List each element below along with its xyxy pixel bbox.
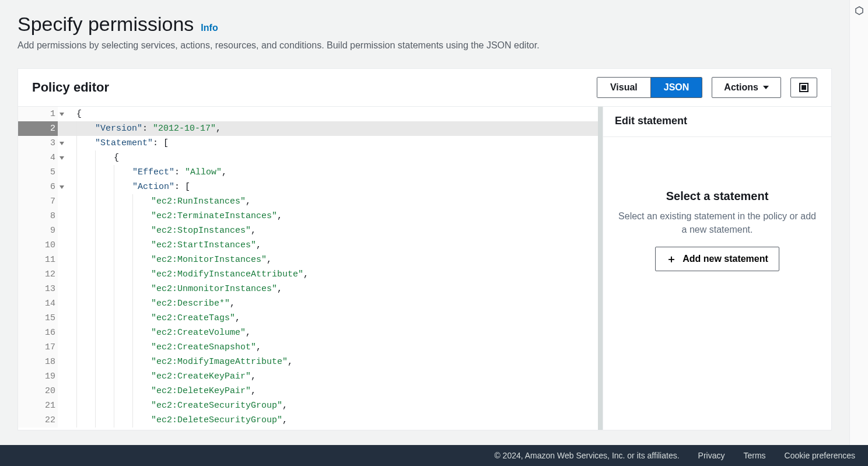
footer-privacy[interactable]: Privacy [698, 451, 725, 460]
fullscreen-icon [799, 83, 808, 92]
code-line[interactable]: 8"ec2:TerminateInstances", [18, 209, 598, 223]
code-line[interactable]: 2"Version": "2012-10-17", [18, 121, 598, 136]
side-body-title: Select a statement [666, 190, 769, 203]
code-line[interactable]: 1{ [18, 107, 598, 121]
code-line[interactable]: 4{ [18, 150, 598, 165]
footer-cookies[interactable]: Cookie preferences [785, 451, 855, 460]
code-line[interactable]: 15"ec2:CreateTags", [18, 311, 598, 325]
caret-down-icon [763, 86, 769, 89]
footer-copyright: © 2024, Amazon Web Services, Inc. or its… [494, 451, 679, 460]
fold-gutter[interactable] [58, 311, 66, 325]
page-subtitle: Add permissions by selecting services, a… [18, 39, 832, 52]
fold-gutter[interactable] [58, 107, 66, 121]
code-text: "ec2:UnmonitorInstances", [66, 282, 282, 296]
fold-gutter[interactable] [58, 384, 66, 398]
line-number: 13 [18, 282, 58, 296]
code-text: "ec2:Describe*", [66, 296, 235, 311]
line-number: 2 [18, 121, 58, 136]
code-text: "Version": "2012-10-17", [66, 121, 221, 136]
line-number: 22 [18, 413, 58, 428]
line-number: 15 [18, 311, 58, 325]
code-text: "ec2:CreateVolume", [66, 325, 251, 340]
line-number: 7 [18, 194, 58, 209]
fold-gutter[interactable] [58, 194, 66, 209]
code-text: "Statement": [ [66, 136, 169, 150]
fullscreen-button[interactable] [790, 78, 817, 97]
line-number: 9 [18, 223, 58, 238]
fold-gutter[interactable] [58, 267, 66, 282]
code-text: "Effect": "Allow", [66, 165, 227, 180]
fold-gutter[interactable] [58, 223, 66, 238]
code-line[interactable]: 5"Effect": "Allow", [18, 165, 598, 180]
code-line[interactable]: 21"ec2:CreateSecurityGroup", [18, 398, 598, 413]
tab-json[interactable]: JSON [651, 78, 702, 97]
side-body-text: Select an existing statement in the poli… [617, 210, 817, 236]
code-line[interactable]: 14"ec2:Describe*", [18, 296, 598, 311]
footer: © 2024, Amazon Web Services, Inc. or its… [0, 445, 868, 466]
panel-title: Policy editor [32, 80, 109, 95]
fold-gutter[interactable] [58, 180, 66, 194]
code-line[interactable]: 18"ec2:ModifyImageAttribute", [18, 355, 598, 369]
fold-gutter[interactable] [58, 165, 66, 180]
actions-dropdown[interactable]: Actions [712, 77, 781, 98]
code-line[interactable]: 11"ec2:MonitorInstances", [18, 253, 598, 267]
fold-gutter[interactable] [58, 369, 66, 384]
line-number: 21 [18, 398, 58, 413]
fold-gutter[interactable] [58, 355, 66, 369]
footer-terms[interactable]: Terms [743, 451, 765, 460]
code-line[interactable]: 9"ec2:StopInstances", [18, 223, 598, 238]
actions-label: Actions [724, 82, 758, 93]
fold-gutter[interactable] [58, 121, 66, 136]
fold-gutter[interactable] [58, 325, 66, 340]
tab-visual[interactable]: Visual [597, 78, 651, 97]
code-text: "Action": [ [66, 180, 190, 194]
json-editor[interactable]: 1{2"Version": "2012-10-17",3"Statement":… [18, 107, 603, 430]
code-text: "ec2:StopInstances", [66, 223, 256, 238]
add-statement-label: Add new statement [682, 254, 768, 264]
fold-gutter[interactable] [58, 398, 66, 413]
line-number: 20 [18, 384, 58, 398]
code-line[interactable]: 13"ec2:UnmonitorInstances", [18, 282, 598, 296]
line-number: 11 [18, 253, 58, 267]
code-line[interactable]: 10"ec2:StartInstances", [18, 238, 598, 253]
fold-gutter[interactable] [58, 150, 66, 165]
editor-mode-toggle: Visual JSON [597, 77, 702, 98]
fold-gutter[interactable] [58, 253, 66, 267]
add-statement-button[interactable]: ＋ Add new statement [655, 247, 779, 271]
code-text: "ec2:MonitorInstances", [66, 253, 272, 267]
line-number: 12 [18, 267, 58, 282]
code-text: "ec2:TerminateInstances", [66, 209, 282, 223]
fold-gutter[interactable] [58, 238, 66, 253]
code-line[interactable]: 16"ec2:CreateVolume", [18, 325, 598, 340]
fold-gutter[interactable] [58, 413, 66, 428]
fold-gutter[interactable] [58, 136, 66, 150]
code-line[interactable]: 12"ec2:ModifyInstanceAttribute", [18, 267, 598, 282]
code-text: "ec2:StartInstances", [66, 238, 261, 253]
line-number: 17 [18, 340, 58, 355]
line-number: 10 [18, 238, 58, 253]
code-text: "ec2:CreateTags", [66, 311, 240, 325]
fold-gutter[interactable] [58, 209, 66, 223]
code-text: "ec2:CreateSnapshot", [66, 340, 261, 355]
code-text: "ec2:DeleteKeyPair", [66, 384, 256, 398]
code-line[interactable]: 17"ec2:CreateSnapshot", [18, 340, 598, 355]
fold-gutter[interactable] [58, 282, 66, 296]
line-number: 8 [18, 209, 58, 223]
code-line[interactable]: 19"ec2:CreateKeyPair", [18, 369, 598, 384]
line-number: 5 [18, 165, 58, 180]
code-line[interactable]: 6"Action": [ [18, 180, 598, 194]
code-text: "ec2:DeleteSecurityGroup", [66, 413, 288, 428]
code-text: "ec2:ModifyImageAttribute", [66, 355, 293, 369]
code-line[interactable]: 22"ec2:DeleteSecurityGroup", [18, 413, 598, 428]
info-link[interactable]: Info [201, 23, 218, 33]
fold-gutter[interactable] [58, 340, 66, 355]
code-line[interactable]: 3"Statement": [ [18, 136, 598, 150]
code-line[interactable]: 7"ec2:RunInstances", [18, 194, 598, 209]
policy-editor-panel: Policy editor Visual JSON Actions 1{2"Ve… [18, 68, 832, 430]
hexagon-icon [854, 6, 864, 16]
code-line[interactable]: 20"ec2:DeleteKeyPair", [18, 384, 598, 398]
fold-gutter[interactable] [58, 296, 66, 311]
right-rail[interactable] [849, 0, 868, 445]
line-number: 19 [18, 369, 58, 384]
line-number: 3 [18, 136, 58, 150]
